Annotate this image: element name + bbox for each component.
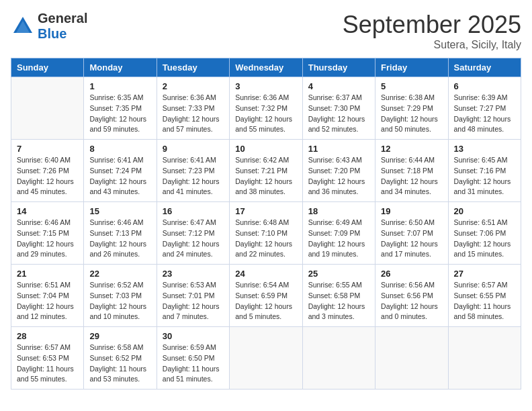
page-header: General Blue September 2025 Sutera, Sici… [11,11,521,51]
day-number: 12 [381,144,442,154]
day-info: Sunrise: 6:35 AM Sunset: 7:35 PM Dayligh… [89,93,150,135]
day-number: 1 [89,81,150,91]
day-info: Sunrise: 6:41 AM Sunset: 7:24 PM Dayligh… [89,155,150,197]
month-title: September 2025 [343,11,521,39]
day-info: Sunrise: 6:47 AM Sunset: 7:12 PM Dayligh… [163,218,224,260]
location-subtitle: Sutera, Sicily, Italy [343,39,521,51]
day-info: Sunrise: 6:55 AM Sunset: 6:58 PM Dayligh… [308,280,369,322]
day-number: 9 [163,144,224,154]
title-area: September 2025 Sutera, Sicily, Italy [343,11,521,51]
day-info: Sunrise: 6:39 AM Sunset: 7:27 PM Dayligh… [454,93,515,135]
calendar-header-row: SundayMondayTuesdayWednesdayThursdayFrid… [11,58,521,77]
day-info: Sunrise: 6:41 AM Sunset: 7:23 PM Dayligh… [163,155,224,197]
column-header-monday: Monday [84,58,157,77]
day-info: Sunrise: 6:38 AM Sunset: 7:29 PM Dayligh… [381,93,442,135]
calendar-cell: 17Sunrise: 6:48 AM Sunset: 7:10 PM Dayli… [230,202,302,265]
calendar-cell: 3Sunrise: 6:36 AM Sunset: 7:32 PM Daylig… [230,77,302,140]
day-number: 18 [308,206,369,216]
day-number: 26 [381,269,442,279]
calendar-cell [375,327,448,390]
calendar-cell: 25Sunrise: 6:55 AM Sunset: 6:58 PM Dayli… [302,265,375,327]
column-header-tuesday: Tuesday [157,58,229,77]
calendar-cell: 28Sunrise: 6:57 AM Sunset: 6:53 PM Dayli… [11,327,84,390]
day-number: 15 [89,206,150,216]
day-info: Sunrise: 6:50 AM Sunset: 7:07 PM Dayligh… [381,218,442,260]
day-info: Sunrise: 6:46 AM Sunset: 7:13 PM Dayligh… [89,218,150,260]
day-info: Sunrise: 6:52 AM Sunset: 7:03 PM Dayligh… [89,280,150,322]
day-number: 4 [308,81,369,91]
day-number: 21 [17,269,78,279]
day-info: Sunrise: 6:36 AM Sunset: 7:33 PM Dayligh… [163,93,224,135]
day-number: 14 [17,206,78,216]
calendar-cell [302,327,375,390]
day-info: Sunrise: 6:46 AM Sunset: 7:15 PM Dayligh… [17,218,78,260]
calendar-cell: 13Sunrise: 6:45 AM Sunset: 7:16 PM Dayli… [448,140,521,202]
calendar-cell: 20Sunrise: 6:51 AM Sunset: 7:06 PM Dayli… [448,202,521,265]
day-info: Sunrise: 6:54 AM Sunset: 6:59 PM Dayligh… [235,280,296,322]
day-number: 10 [235,144,296,154]
calendar-cell: 30Sunrise: 6:59 AM Sunset: 6:50 PM Dayli… [157,327,229,390]
calendar-week-2: 7Sunrise: 6:40 AM Sunset: 7:26 PM Daylig… [11,140,521,202]
day-number: 5 [381,81,442,91]
calendar-cell: 22Sunrise: 6:52 AM Sunset: 7:03 PM Dayli… [84,265,157,327]
day-number: 25 [308,269,369,279]
day-number: 11 [308,144,369,154]
calendar-cell: 27Sunrise: 6:57 AM Sunset: 6:55 PM Dayli… [448,265,521,327]
logo-general: General [38,11,87,26]
calendar-cell [11,77,84,140]
day-info: Sunrise: 6:40 AM Sunset: 7:26 PM Dayligh… [17,155,78,197]
calendar-cell: 9Sunrise: 6:41 AM Sunset: 7:23 PM Daylig… [157,140,229,202]
day-info: Sunrise: 6:56 AM Sunset: 6:56 PM Dayligh… [381,280,442,322]
calendar-cell: 18Sunrise: 6:49 AM Sunset: 7:09 PM Dayli… [302,202,375,265]
calendar-cell: 26Sunrise: 6:56 AM Sunset: 6:56 PM Dayli… [375,265,448,327]
day-number: 30 [163,331,224,341]
column-header-thursday: Thursday [302,58,375,77]
logo-icon [11,14,35,38]
day-info: Sunrise: 6:44 AM Sunset: 7:18 PM Dayligh… [381,155,442,197]
calendar-week-3: 14Sunrise: 6:46 AM Sunset: 7:15 PM Dayli… [11,202,521,265]
calendar-cell: 1Sunrise: 6:35 AM Sunset: 7:35 PM Daylig… [84,77,157,140]
day-number: 7 [17,144,78,154]
calendar-cell [448,327,521,390]
logo: General Blue [11,11,87,42]
day-number: 16 [163,206,224,216]
calendar-cell: 16Sunrise: 6:47 AM Sunset: 7:12 PM Dayli… [157,202,229,265]
day-number: 8 [89,144,150,154]
day-info: Sunrise: 6:58 AM Sunset: 6:52 PM Dayligh… [89,342,150,385]
day-number: 19 [381,206,442,216]
day-number: 13 [454,144,515,154]
day-number: 23 [163,269,224,279]
day-number: 6 [454,81,515,91]
calendar-cell: 7Sunrise: 6:40 AM Sunset: 7:26 PM Daylig… [11,140,84,202]
day-number: 29 [89,331,150,341]
calendar-cell: 5Sunrise: 6:38 AM Sunset: 7:29 PM Daylig… [375,77,448,140]
day-number: 20 [454,206,515,216]
calendar-cell: 4Sunrise: 6:37 AM Sunset: 7:30 PM Daylig… [302,77,375,140]
day-info: Sunrise: 6:43 AM Sunset: 7:20 PM Dayligh… [308,155,369,197]
calendar-cell: 19Sunrise: 6:50 AM Sunset: 7:07 PM Dayli… [375,202,448,265]
calendar-cell: 2Sunrise: 6:36 AM Sunset: 7:33 PM Daylig… [157,77,229,140]
day-info: Sunrise: 6:49 AM Sunset: 7:09 PM Dayligh… [308,218,369,260]
column-header-wednesday: Wednesday [230,58,302,77]
day-number: 2 [163,81,224,91]
day-number: 22 [89,269,150,279]
calendar-cell: 11Sunrise: 6:43 AM Sunset: 7:20 PM Dayli… [302,140,375,202]
column-header-sunday: Sunday [11,58,84,77]
calendar-cell: 8Sunrise: 6:41 AM Sunset: 7:24 PM Daylig… [84,140,157,202]
calendar-cell: 14Sunrise: 6:46 AM Sunset: 7:15 PM Dayli… [11,202,84,265]
day-number: 27 [454,269,515,279]
column-header-saturday: Saturday [448,58,521,77]
calendar-cell: 6Sunrise: 6:39 AM Sunset: 7:27 PM Daylig… [448,77,521,140]
day-info: Sunrise: 6:59 AM Sunset: 6:50 PM Dayligh… [163,342,224,385]
day-info: Sunrise: 6:36 AM Sunset: 7:32 PM Dayligh… [235,93,296,135]
calendar-cell [230,327,302,390]
day-info: Sunrise: 6:53 AM Sunset: 7:01 PM Dayligh… [163,280,224,322]
day-number: 3 [235,81,296,91]
day-number: 24 [235,269,296,279]
day-info: Sunrise: 6:51 AM Sunset: 7:06 PM Dayligh… [454,218,515,260]
day-info: Sunrise: 6:57 AM Sunset: 6:53 PM Dayligh… [17,342,78,385]
calendar-table: SundayMondayTuesdayWednesdayThursdayFrid… [11,58,521,390]
calendar-week-1: 1Sunrise: 6:35 AM Sunset: 7:35 PM Daylig… [11,77,521,140]
day-number: 17 [235,206,296,216]
day-number: 28 [17,331,78,341]
